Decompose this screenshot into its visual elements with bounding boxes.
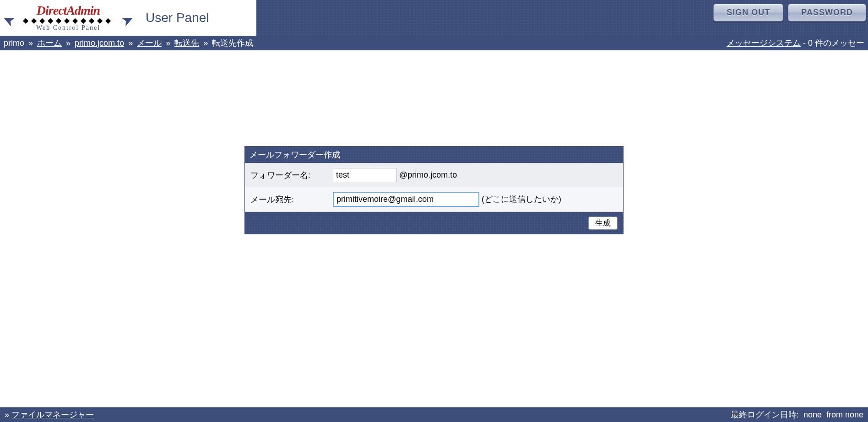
breadcrumb: primo » ホーム » primo.jcom.to » メール » 転送先 … [4, 38, 253, 49]
logo-area: ➤ DirectAdmin ◆◆◆◆◆◆◆◆◆◆◆ Web Control Pa… [0, 0, 256, 36]
destination-label: メール宛先: [245, 187, 327, 212]
arrow-right-icon: ➤ [119, 11, 136, 29]
forwarder-name-input[interactable] [333, 168, 397, 182]
breadcrumb-sep: » [64, 38, 72, 48]
breadcrumb-mail[interactable]: メール [137, 38, 162, 48]
form-footer: 生成 [245, 212, 623, 235]
forwarder-name-label: フォワーダー名: [245, 163, 327, 187]
logo-title: DirectAdmin [37, 4, 100, 17]
message-system-area: メッセージシステム - 0 件のメッセー [727, 38, 864, 49]
arrow-left-icon: ➤ [0, 11, 18, 29]
breadcrumb-sep: » [27, 38, 35, 48]
header-bar: ➤ DirectAdmin ◆◆◆◆◆◆◆◆◆◆◆ Web Control Pa… [0, 0, 868, 36]
message-suffix: 件のメッセー [813, 38, 864, 48]
main-content: メールフォワーダー作成 フォワーダー名: @primo.jcom.to メール宛… [0, 50, 868, 234]
signout-button[interactable]: SIGN OUT [713, 4, 783, 22]
forwarder-form: メールフォワーダー作成 フォワーダー名: @primo.jcom.to メール宛… [245, 146, 623, 234]
forwarder-name-cell: @primo.jcom.to [327, 163, 623, 187]
destination-hint: (どこに送信したいか) [482, 195, 561, 204]
password-button[interactable]: PASSWORD [788, 4, 866, 22]
logo-dots-icon: ◆◆◆◆◆◆◆◆◆◆◆ [23, 18, 114, 23]
header-buttons: SIGN OUT PASSWORD [713, 4, 868, 22]
breadcrumb-sep: » [164, 38, 172, 48]
breadcrumb-bar: primo » ホーム » primo.jcom.to » メール » 転送先 … [0, 36, 868, 50]
breadcrumb-domain[interactable]: primo.jcom.to [75, 38, 124, 48]
breadcrumb-forwarders[interactable]: 転送先 [174, 38, 199, 48]
breadcrumb-sep: » [126, 38, 135, 48]
breadcrumb-home[interactable]: ホーム [37, 38, 62, 48]
message-count: 0 [808, 38, 813, 48]
destination-cell: (どこに送信したいか) [327, 187, 623, 212]
logo-subtitle: Web Control Panel [36, 24, 100, 32]
breadcrumb-current: 転送先作成 [212, 38, 253, 48]
breadcrumb-sep: » [201, 38, 210, 48]
message-sep: - [801, 38, 808, 48]
breadcrumb-user: primo [4, 38, 24, 48]
create-button[interactable]: 生成 [588, 216, 618, 230]
destination-input[interactable] [333, 192, 479, 207]
forwarder-domain-suffix: @primo.jcom.to [399, 170, 457, 179]
form-title: メールフォワーダー作成 [245, 146, 623, 163]
panel-title: User Panel [146, 11, 209, 25]
message-system-link[interactable]: メッセージシステム [727, 38, 801, 48]
logo: ➤ DirectAdmin ◆◆◆◆◆◆◆◆◆◆◆ Web Control Pa… [5, 4, 132, 31]
